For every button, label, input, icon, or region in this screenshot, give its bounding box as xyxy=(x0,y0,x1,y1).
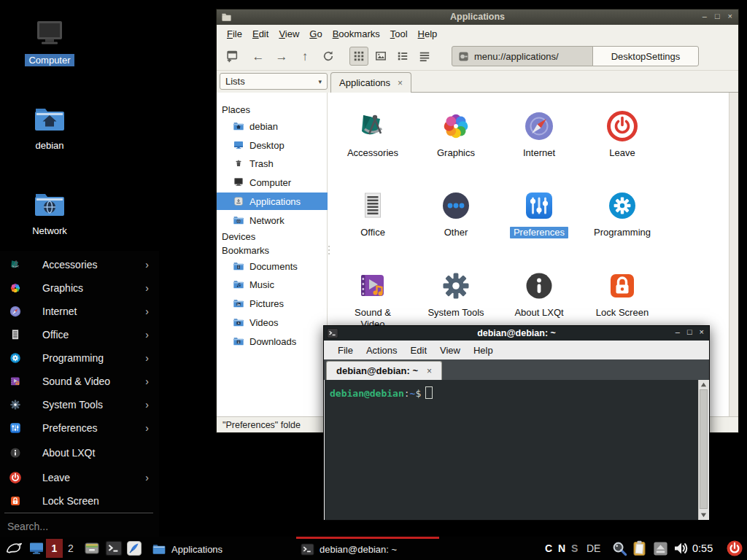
close-button[interactable]: × xyxy=(728,12,732,20)
fm-menu-help[interactable]: Help xyxy=(413,27,443,41)
term-menu-help[interactable]: Help xyxy=(467,343,500,357)
minimize-button[interactable]: – xyxy=(676,328,680,336)
up-button[interactable]: ↑ xyxy=(295,47,314,66)
sidebar-item-network[interactable]: Network xyxy=(217,211,328,229)
keyboard-layout-indicator[interactable]: DE xyxy=(587,542,600,554)
taskbar-task-terminal[interactable]: debian@debian: ~ xyxy=(296,537,439,559)
pathbar-current-segment[interactable]: menu://applications/ xyxy=(452,46,593,66)
quicklaunch-terminal[interactable] xyxy=(105,540,123,557)
kbd-indicator-scroll[interactable]: S xyxy=(571,542,578,554)
app-category-other[interactable]: Other xyxy=(414,188,498,238)
term-menu-actions[interactable]: Actions xyxy=(360,343,404,357)
maximize-button[interactable]: □ xyxy=(687,328,692,336)
detailed-list-button[interactable] xyxy=(393,47,412,66)
terminal-titlebar[interactable]: debian@debian: ~ – □ × xyxy=(324,326,709,341)
term-menu-file[interactable]: File xyxy=(331,343,360,357)
thumbnail-view-button[interactable] xyxy=(371,47,390,66)
forward-button[interactable]: → xyxy=(272,47,291,66)
sidebar-item-desktop[interactable]: Desktop xyxy=(217,136,328,154)
scroll-down-icon[interactable] xyxy=(700,512,707,518)
sidebar-item-applications[interactable]: Applications xyxy=(217,192,328,210)
app-category-internet[interactable]: Internet xyxy=(498,109,581,159)
pager-desktop-2[interactable]: 2 xyxy=(64,539,77,558)
sidebar-item-computer[interactable]: Computer xyxy=(217,174,328,191)
menu-item-office[interactable]: Office › xyxy=(0,323,159,346)
menu-item-lock-screen[interactable]: Lock Screen xyxy=(0,489,159,513)
menu-item-system-tools[interactable]: System Tools › xyxy=(0,393,159,416)
kbd-indicator-caps[interactable]: C xyxy=(545,542,552,554)
sidebar-item-pictures[interactable]: Pictures xyxy=(217,295,328,312)
fm-menu-file[interactable]: File xyxy=(222,27,247,41)
scroll-up-icon[interactable] xyxy=(700,381,707,388)
fm-tab-applications[interactable]: Applications × xyxy=(330,72,411,93)
menu-item-about-lxqt[interactable]: About LXQt xyxy=(0,441,159,464)
menu-search-input[interactable] xyxy=(6,517,153,536)
fm-menu-edit[interactable]: Edit xyxy=(247,27,274,41)
sidebar-item-documents[interactable]: Documents xyxy=(217,257,328,275)
fm-menu-bookmarks[interactable]: Bookmarks xyxy=(328,27,385,41)
term-menu-edit[interactable]: Edit xyxy=(404,343,433,357)
kbd-indicator-num[interactable]: N xyxy=(558,542,565,554)
menu-item-leave[interactable]: Leave › xyxy=(0,466,159,489)
app-category-system-tools[interactable]: System Tools xyxy=(414,268,498,319)
terminal-scrollbar[interactable] xyxy=(698,380,708,520)
compact-view-button[interactable] xyxy=(415,47,434,66)
sidebar-mode-combo[interactable]: Lists ▾ xyxy=(220,73,328,90)
app-category-leave[interactable]: Leave xyxy=(581,109,664,159)
app-category-about-lxqt[interactable]: About LXQt xyxy=(498,268,581,319)
terminal-viewport[interactable]: debian@debian:~$ xyxy=(325,380,708,520)
fm-titlebar[interactable]: Applications – □ × xyxy=(217,9,738,26)
menu-item-programming[interactable]: Programming › xyxy=(0,346,159,370)
fm-menu-go[interactable]: Go xyxy=(304,27,327,41)
app-category-office[interactable]: Office xyxy=(331,188,414,238)
scrollbar-thumb[interactable] xyxy=(700,389,708,509)
quicklaunch-file-manager[interactable] xyxy=(83,540,101,557)
menu-item-accessories[interactable]: Accessories › xyxy=(0,253,159,276)
fm-menu-view[interactable]: View xyxy=(274,27,304,41)
fm-menu-tool[interactable]: Tool xyxy=(385,27,413,41)
desktop-icon-computer[interactable]: Computer xyxy=(15,16,85,66)
app-category-graphics[interactable]: Graphics xyxy=(414,109,498,159)
back-button[interactable]: ← xyxy=(249,47,268,66)
sidebar-item-downloads[interactable]: Downloads xyxy=(217,332,328,350)
app-category-programming[interactable]: Programming xyxy=(581,188,664,238)
pathbar-next-segment[interactable]: DesktopSettings xyxy=(592,46,699,66)
desktop-icon-network[interactable]: Network xyxy=(15,187,85,237)
app-category-accessories[interactable]: Accessories xyxy=(331,109,414,159)
maximize-button[interactable]: □ xyxy=(715,12,720,20)
sidebar-item-debian[interactable]: debian xyxy=(217,117,328,135)
app-category-sound-video[interactable]: Sound & Video xyxy=(331,268,414,330)
terminal-tab[interactable]: debian@debian: ~ × xyxy=(326,361,442,380)
tray-clipboard[interactable] xyxy=(631,540,649,557)
tray-volume[interactable] xyxy=(672,540,689,557)
sidebar-item-trash[interactable]: Trash xyxy=(217,155,328,172)
close-button[interactable]: × xyxy=(700,328,704,336)
sidebar-item-videos[interactable]: Videos xyxy=(217,314,328,331)
start-menu-button[interactable] xyxy=(4,539,25,558)
reload-button[interactable] xyxy=(319,47,338,66)
taskbar-task-applications[interactable]: Applications xyxy=(147,537,249,559)
quicklaunch-featherpad[interactable] xyxy=(125,540,143,557)
new-tab-button[interactable] xyxy=(222,47,241,66)
menu-item-graphics[interactable]: Graphics › xyxy=(0,276,159,300)
term-menu-view[interactable]: View xyxy=(433,343,467,357)
taskbar-clock[interactable]: 0:55 xyxy=(692,542,713,554)
tray-removable-media[interactable] xyxy=(652,540,669,557)
menu-item-sound-video[interactable]: Sound & Video › xyxy=(0,370,159,393)
menu-item-internet[interactable]: Internet › xyxy=(0,300,159,323)
tab-close-icon[interactable]: × xyxy=(427,366,432,376)
taskbar-leave-button[interactable] xyxy=(726,540,743,557)
sidebar-item-music[interactable]: Music xyxy=(217,276,328,293)
sidebar-splitter[interactable] xyxy=(328,236,330,265)
minimize-button[interactable]: – xyxy=(703,12,707,20)
icon-view-button[interactable] xyxy=(349,47,368,66)
tray-magnifier[interactable] xyxy=(611,540,628,557)
show-desktop-button[interactable] xyxy=(28,540,45,557)
fm-vertical-scrollbar[interactable] xyxy=(729,93,738,416)
tab-close-icon[interactable]: × xyxy=(398,78,403,88)
menu-item-preferences[interactable]: Preferences › xyxy=(0,416,159,440)
pager-desktop-1[interactable]: 1 xyxy=(46,539,63,558)
desktop-icon-debian[interactable]: debian xyxy=(15,101,85,152)
app-category-preferences[interactable]: Preferences xyxy=(498,188,581,238)
app-category-lock-screen[interactable]: Lock Screen xyxy=(581,268,664,319)
